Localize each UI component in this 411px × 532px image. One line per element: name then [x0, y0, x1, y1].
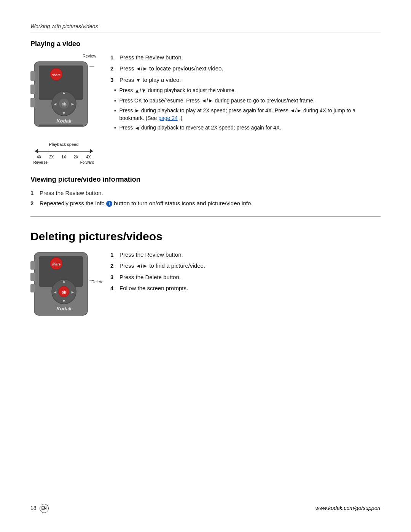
left-right-arrow-bold-icon: ◄/►: [136, 262, 148, 270]
svg-text:►: ►: [71, 102, 75, 106]
playing-video-block: Review share: [30, 53, 381, 166]
svg-rect-15: [39, 125, 83, 126]
svg-text:◄: ◄: [53, 102, 57, 106]
step-num-3: 3: [110, 76, 116, 84]
del-step-num-1: 1: [110, 251, 116, 259]
step-num-2: 2: [110, 64, 116, 73]
svg-text:Kodak: Kodak: [56, 118, 72, 124]
camera-svg-deleting: share ok ▲ ▼ ◄ ► Kodak: [30, 251, 97, 323]
camera-image-playing: Review share: [30, 53, 99, 166]
playing-step-1: 1 Press the Review button.: [110, 53, 381, 61]
svg-text:▼: ▼: [62, 299, 66, 303]
viewing-step-2-content: Repeatedly press the Info i button to tu…: [40, 199, 252, 207]
deleting-title: Deleting pictures/videos: [30, 228, 381, 244]
svg-rect-6: [30, 98, 35, 107]
step-2-content: Press ◄/► to locate previous/next video.: [119, 64, 223, 73]
svg-rect-4: [30, 71, 35, 81]
playing-video-bullets: Press ▲/▼ during playback to adjust the …: [114, 87, 381, 132]
en-badge: EN: [40, 504, 49, 513]
left-arrow-icon: ◄: [134, 125, 140, 132]
del-step-2-content: Press ◄/► to find a picture/video.: [119, 262, 205, 270]
svg-text:Kodak: Kodak: [56, 306, 72, 312]
camera-image-deleting: share ok ▲ ▼ ◄ ► Kodak: [30, 251, 99, 295]
playback-marks-row: 4X 2X 1X 2X 4X: [35, 155, 92, 160]
playback-line: [37, 151, 91, 152]
viewing-step-2-before: Repeatedly press the Info: [40, 200, 105, 206]
step-3-content: Press ▼ to play a video.: [119, 76, 181, 84]
playback-mark-1x: 1X: [61, 155, 66, 160]
deleting-block: share ok ▲ ▼ ◄ ► Kodak: [30, 251, 381, 295]
playing-step-2: 2 Press ◄/► to locate previous/next vide…: [110, 64, 381, 73]
del-step-num-4: 4: [110, 284, 116, 292]
playback-mark-2x-r: 2X: [49, 155, 54, 160]
playback-speed-label: Playback speed: [30, 142, 97, 147]
bullet-2-after: during playback to play at 2X speed; pre…: [141, 107, 288, 113]
bullet-volume: Press ▲/▼ during playback to adjust the …: [114, 87, 381, 94]
info-icon: i: [106, 201, 112, 207]
svg-text:►: ►: [71, 290, 75, 294]
review-label: Review: [30, 53, 97, 59]
playback-mark-4x-f: 4X: [86, 155, 91, 160]
bullet-2-press: Press: [119, 107, 133, 113]
deleting-step-1: 1 Press the Review button.: [110, 251, 381, 259]
viewing-step-1: 1 Press the Review button.: [30, 189, 381, 197]
delete-label: Delete: [91, 279, 104, 285]
deleting-step-4: 4 Follow the screen prompts.: [110, 284, 381, 292]
svg-text:▲: ▲: [62, 279, 66, 283]
playing-video-title: Playing a video: [30, 39, 381, 49]
deleting-step-3: 3 Press the Delete button.: [110, 273, 381, 281]
left-right-arrow-icon-3: ◄/►: [290, 107, 302, 115]
camera-wrap-playing: Review share: [30, 53, 97, 165]
bullet-1-after: during pause to go to previous/next fram…: [215, 97, 314, 104]
step-3-after: to play a video.: [143, 77, 181, 83]
down-arrow-icon: ▼: [136, 77, 141, 84]
svg-text:ok: ok: [62, 102, 66, 106]
del-step-num-3: 3: [110, 273, 116, 281]
up-down-arrow-icon: ▲/▼: [134, 87, 147, 95]
viewing-step-num-2: 2: [30, 199, 37, 207]
bullet-pause: Press OK to pause/resume. Press ◄/► duri…: [114, 97, 381, 105]
step-2-after: to locate previous/next video.: [149, 65, 223, 72]
bullet-3-after: during playback to reverse at 2X speed; …: [141, 125, 281, 131]
svg-text:▼: ▼: [62, 111, 66, 115]
page-number-container: 18 EN: [30, 504, 49, 513]
viewing-section: Viewing picture/video information 1 Pres…: [30, 175, 381, 207]
del-step-3-text: Press the Delete button.: [119, 273, 181, 281]
playback-arrow-right-icon: [90, 149, 93, 153]
page-number: 18: [30, 505, 37, 512]
playing-video-steps: 1 Press the Review button. 2 Press ◄/► t…: [110, 53, 381, 84]
bullet-2x-forward: Press ► during playback to play at 2X sp…: [114, 107, 381, 122]
camera-svg-playing: share ok ▲ ▼ ◄ ► Kodak: [30, 60, 97, 136]
deleting-step-2: 2 Press ◄/► to find a picture/video.: [110, 262, 381, 270]
playing-step-3: 3 Press ▼ to play a video.: [110, 76, 381, 84]
del-step-1-text: Press the Review button.: [119, 251, 183, 259]
page-24-link[interactable]: page 24: [158, 115, 178, 121]
bullet-volume-text: Press ▲/▼ during playback to adjust the …: [119, 87, 236, 94]
playback-direction-labels: Reverse Forward: [33, 160, 94, 165]
bullet-3-press: Press: [119, 125, 133, 131]
viewing-step-1-text: Press the Review button.: [40, 189, 103, 197]
bullet-0-press: Press: [119, 87, 133, 93]
step-1-text: Press the Review button.: [119, 53, 183, 61]
bullet-2x-text: Press ► during playback to play at 2X sp…: [119, 107, 381, 122]
bullet-2-end: .): [179, 115, 183, 121]
section-divider: [30, 216, 381, 217]
left-right-arrow-icon-1: ◄/►: [136, 65, 148, 73]
del-step-2-press: Press: [119, 262, 134, 269]
bullet-1-text: Press OK to pause/resume. Press: [119, 97, 200, 104]
del-step-num-2: 2: [110, 262, 116, 270]
camera-wrap-deleting: share ok ▲ ▼ ◄ ► Kodak: [30, 251, 104, 285]
playback-mark-4x-r: 4X: [37, 155, 41, 160]
playback-reverse-label: Reverse: [33, 160, 48, 165]
svg-rect-21: [30, 261, 35, 270]
viewing-info-steps: 1 Press the Review button. 2 Repeatedly …: [30, 189, 381, 207]
viewing-step-num-1: 1: [30, 189, 37, 197]
viewing-step-2: 2 Repeatedly press the Info i button to …: [30, 199, 381, 207]
svg-text:share: share: [52, 73, 61, 77]
del-step-4-text: Follow the screen prompts.: [119, 284, 188, 292]
bullet-2x-reverse: Press ◄ during playback to reverse at 2X…: [114, 124, 381, 132]
page: Working with pictures/videos Playing a v…: [0, 0, 411, 532]
deleting-steps: 1 Press the Review button. 2 Press ◄/► t…: [110, 251, 381, 292]
svg-text:▲: ▲: [62, 90, 66, 95]
step-3-press: Press: [119, 77, 134, 83]
